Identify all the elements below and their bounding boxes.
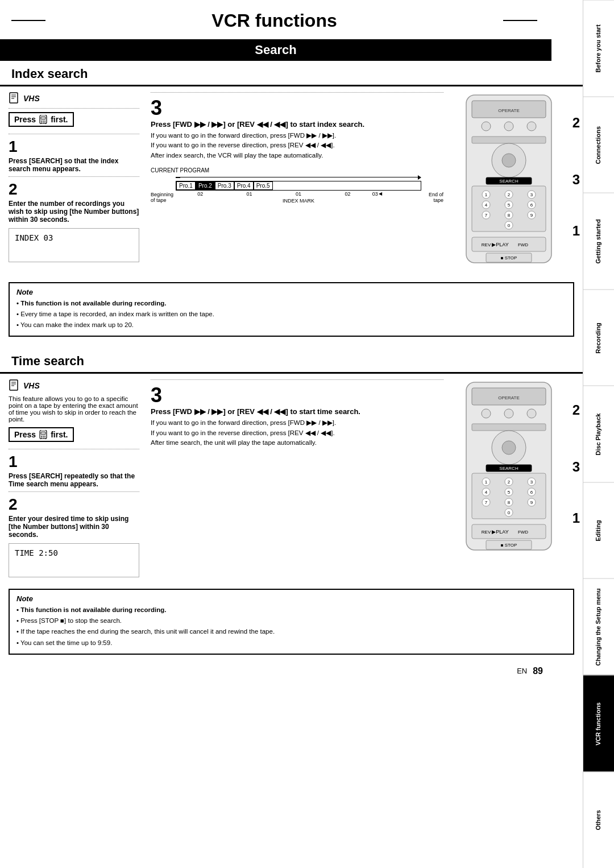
remote-diagram-index: OPERATE 1 2 3 4 5 xyxy=(455,92,563,268)
svg-text:6: 6 xyxy=(530,202,533,208)
time-diag-num-2: 2 xyxy=(572,402,580,418)
chart-label: CURRENT PROGRAM xyxy=(151,167,443,173)
time-middle-col: 3 Press [FWD ▶▶ / ▶▶] or [REV ◀◀ / ◀◀] t… xyxy=(145,379,449,577)
svg-text:SEARCH: SEARCH xyxy=(499,466,518,471)
time-step1-desc: Press [SEARCH] repeatedly so that the Ti… xyxy=(9,472,139,488)
time-diag-num-3: 3 xyxy=(572,459,580,475)
svg-rect-0 xyxy=(10,93,18,103)
diag-num-1: 1 xyxy=(572,223,580,239)
chart-cell-5: Pro.5 xyxy=(254,181,273,190)
step3-title: Press [FWD ▶▶ / ▶▶] or [REV ◀◀ / ◀◀] to … xyxy=(151,120,443,129)
time-vhs-text: VHS xyxy=(23,381,40,390)
svg-point-65 xyxy=(482,409,491,418)
step3-body: If you want to go in the forward directi… xyxy=(151,131,443,160)
sidebar-item-getting-started: Getting started xyxy=(583,193,614,290)
sidebar-item-before-you-start: Before you start xyxy=(583,0,614,97)
time-step2-num: 2 xyxy=(9,495,139,514)
svg-rect-5 xyxy=(41,117,45,119)
sidebar-item-recording: Recording xyxy=(583,290,614,386)
press-first-button: Press first. xyxy=(9,112,74,127)
chart-cell-2: Pro.2 xyxy=(196,181,215,190)
svg-point-10 xyxy=(43,122,44,123)
time-remote-icon xyxy=(39,430,48,439)
index-search-section: VHS Press first. 1 xyxy=(0,86,583,276)
vhs-badge: VHS xyxy=(9,92,139,105)
section-bar: Search xyxy=(0,39,551,61)
main-content: VCR functions Search Index search VHS xyxy=(0,0,583,682)
time-search-section: VHS This feature allows you to go to a s… xyxy=(0,374,583,583)
diag-num-3: 3 xyxy=(572,172,580,188)
sidebar-item-disc-playback: Disc Playback xyxy=(583,386,614,482)
svg-text:8: 8 xyxy=(508,500,511,505)
footer-lang: EN xyxy=(517,667,527,675)
svg-text:2: 2 xyxy=(508,480,511,485)
time-search-heading: Time search xyxy=(0,348,583,374)
svg-text:7: 7 xyxy=(485,213,488,218)
time-notepad-icon xyxy=(9,379,21,392)
step2-num: 2 xyxy=(9,180,139,199)
index-note-bold: • This function is not available during … xyxy=(16,299,566,308)
index-note-1: • Every time a tape is recorded, an inde… xyxy=(16,309,566,319)
svg-point-6 xyxy=(41,121,42,122)
svg-rect-55 xyxy=(41,432,45,435)
svg-point-58 xyxy=(44,436,45,437)
svg-point-7 xyxy=(43,121,44,122)
time-display-box: TIME 2:50 xyxy=(9,543,139,577)
svg-text:REV: REV xyxy=(482,242,491,247)
svg-text:▶PLAY: ▶PLAY xyxy=(492,529,508,535)
time-note-1: • Press [STOP ■] to stop the search. xyxy=(16,616,566,625)
chart-cell-1: Pro.1 xyxy=(176,181,196,190)
svg-text:6: 6 xyxy=(530,490,533,495)
svg-point-66 xyxy=(504,409,513,418)
svg-point-56 xyxy=(41,436,42,437)
svg-text:7: 7 xyxy=(485,500,488,505)
svg-text:■ STOP: ■ STOP xyxy=(501,255,517,261)
time-right-col: OPERATE 1 2 3 4 5 6 7 8 9 xyxy=(455,379,574,577)
time-step3-num-mid: 3 xyxy=(151,383,443,407)
notepad-icon xyxy=(9,92,21,105)
svg-text:SEARCH: SEARCH xyxy=(499,179,518,184)
svg-text:3: 3 xyxy=(530,480,533,485)
svg-text:OPERATE: OPERATE xyxy=(498,395,520,400)
svg-text:0: 0 xyxy=(508,223,511,228)
svg-point-8 xyxy=(44,121,45,122)
sidebar-item-setup-menu: Changing the Setup menu xyxy=(583,578,614,675)
diag-num-2: 2 xyxy=(572,115,580,131)
time-note-2: • If the tape reaches the end during the… xyxy=(16,627,566,636)
svg-point-67 xyxy=(527,409,536,418)
svg-rect-18 xyxy=(472,137,546,143)
svg-text:5: 5 xyxy=(508,490,511,495)
svg-text:9: 9 xyxy=(530,213,533,218)
time-note-title: Note xyxy=(16,594,566,603)
vhs-text: VHS xyxy=(23,94,40,103)
index-search-heading: Index search xyxy=(0,61,583,86)
time-vhs-badge: VHS xyxy=(9,379,139,392)
svg-point-20 xyxy=(502,154,516,167)
svg-text:■ STOP: ■ STOP xyxy=(501,543,517,548)
step1-desc: Press [SEARCH] so that the index search … xyxy=(9,157,139,173)
svg-rect-50 xyxy=(10,380,18,390)
svg-point-60 xyxy=(43,437,44,439)
right-sidebar: Before you start Connections Getting sta… xyxy=(583,0,614,868)
time-press-first: Press first. xyxy=(9,427,74,442)
time-note-box: Note • This function is not available du… xyxy=(9,589,574,654)
index-middle-col: 3 Press [FWD ▶▶ / ▶▶] or [REV ◀◀ / ◀◀] t… xyxy=(145,92,449,271)
time-step2-desc: Enter your desired time to skip using [t… xyxy=(9,515,139,539)
time-diag-num-1: 1 xyxy=(572,510,580,526)
svg-text:1: 1 xyxy=(485,192,488,197)
chart-cell-3: Pro.3 xyxy=(215,181,234,190)
index-note-2: • You can make the index mark up to 20. xyxy=(16,320,566,329)
chart-cell-4: Pro.4 xyxy=(234,181,254,190)
page-footer: EN 89 xyxy=(0,660,583,682)
svg-point-17 xyxy=(527,122,536,131)
time-step1-num: 1 xyxy=(9,453,139,471)
index-note-title: Note xyxy=(16,288,566,296)
svg-point-57 xyxy=(43,436,44,437)
svg-text:3: 3 xyxy=(530,192,533,197)
sidebar-item-editing: Editing xyxy=(583,482,614,579)
svg-text:8: 8 xyxy=(508,213,511,218)
svg-point-59 xyxy=(41,437,42,439)
svg-point-11 xyxy=(44,122,45,123)
time-left-col: VHS This feature allows you to go to a s… xyxy=(9,379,139,577)
index-note-box: Note • This function is not available du… xyxy=(9,282,574,337)
